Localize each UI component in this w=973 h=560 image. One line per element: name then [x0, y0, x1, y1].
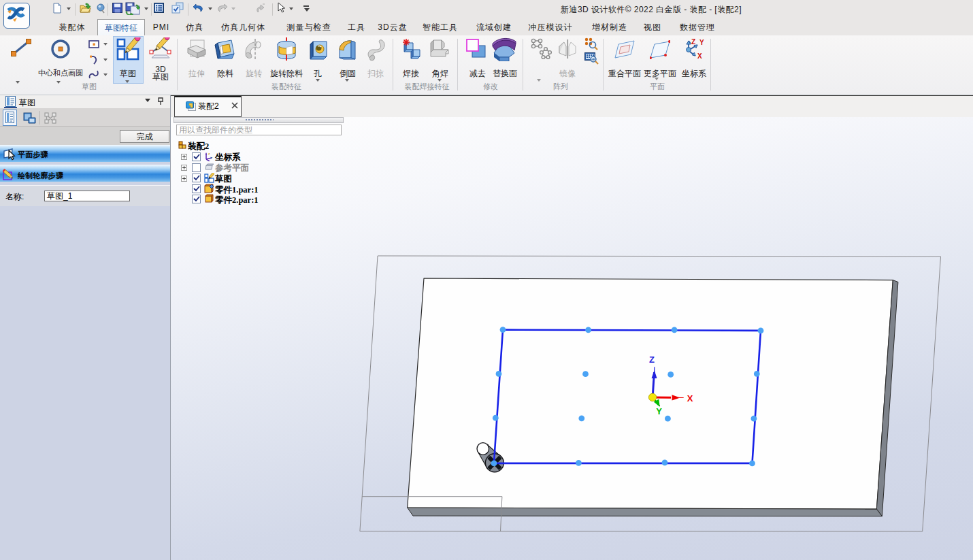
svg-text:X: X — [687, 393, 693, 403]
svg-text:Z: Z — [691, 38, 695, 46]
svg-text:X: X — [697, 52, 702, 60]
svg-text:Y: Y — [699, 39, 704, 46]
svg-text:Y: Y — [656, 406, 662, 416]
svg-text:z: z — [208, 152, 210, 156]
svg-text:Z: Z — [649, 355, 655, 365]
